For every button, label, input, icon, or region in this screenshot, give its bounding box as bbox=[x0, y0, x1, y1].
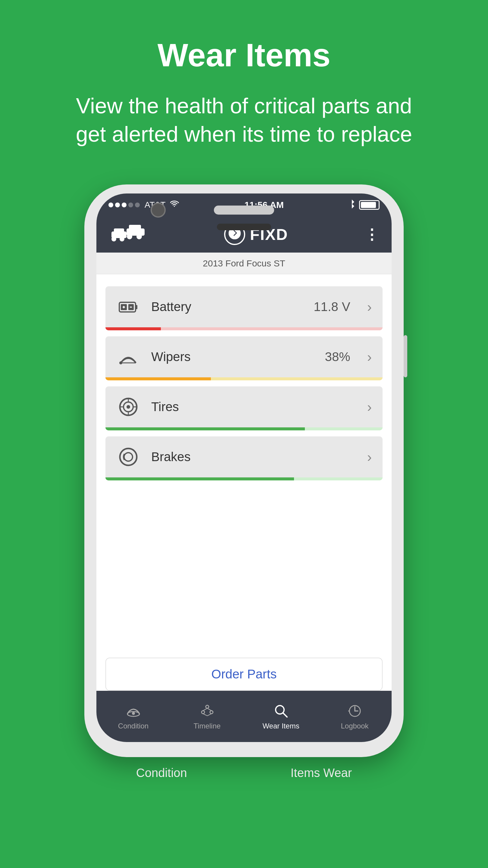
brakes-name: Brakes bbox=[151, 450, 339, 464]
signal-dot-1 bbox=[108, 203, 113, 207]
tires-name: Tires bbox=[151, 400, 339, 414]
vehicle-label: 2013 Ford Focus ST bbox=[96, 253, 392, 274]
wear-items-list: Battery 11.8 V › bbox=[96, 274, 392, 742]
svg-line-35 bbox=[207, 714, 212, 716]
tires-progress-fill bbox=[105, 427, 305, 430]
brakes-progress-bg bbox=[105, 477, 383, 480]
signal-dots bbox=[108, 203, 140, 207]
brakes-item[interactable]: Brakes › bbox=[105, 436, 383, 480]
svg-point-26 bbox=[124, 453, 133, 461]
tires-item-icon bbox=[116, 395, 140, 419]
wipers-item[interactable]: Wipers 38% › bbox=[105, 336, 383, 380]
nav-logbook[interactable]: Logbook bbox=[318, 691, 392, 742]
nav-wear-items-label: Wear Items bbox=[262, 722, 299, 730]
footer-items-wear-label: Items Wear bbox=[290, 766, 352, 780]
nav-condition-label: Condition bbox=[118, 722, 149, 730]
wipers-value: 38% bbox=[325, 350, 350, 364]
battery-item-icon bbox=[116, 295, 140, 319]
phone-speaker bbox=[214, 206, 274, 215]
svg-point-29 bbox=[206, 705, 209, 708]
svg-point-30 bbox=[201, 711, 204, 714]
svg-point-3 bbox=[120, 237, 124, 241]
tires-progress-bg bbox=[105, 427, 383, 430]
svg-line-33 bbox=[207, 708, 212, 711]
svg-point-31 bbox=[210, 711, 213, 714]
phone-mockup: AT&T 11:56 AM bbox=[84, 184, 404, 757]
menu-button[interactable]: ⋮ bbox=[364, 226, 380, 243]
svg-rect-1 bbox=[114, 228, 124, 233]
tires-item[interactable]: Tires › bbox=[105, 386, 383, 430]
nav-timeline[interactable]: Timeline bbox=[170, 691, 244, 742]
nav-timeline-label: Timeline bbox=[194, 722, 221, 730]
phone-side-button bbox=[404, 335, 407, 377]
vehicle-name: 2013 Ford Focus ST bbox=[203, 258, 285, 269]
wipers-item-icon bbox=[116, 345, 140, 369]
bottom-nav: Condition Timeline bbox=[96, 691, 392, 742]
tires-chevron[interactable]: › bbox=[367, 399, 372, 415]
wipers-chevron[interactable]: › bbox=[367, 349, 372, 365]
battery-item-inner: Battery 11.8 V › bbox=[105, 286, 383, 327]
battery-name: Battery bbox=[151, 300, 303, 314]
svg-line-32 bbox=[203, 708, 207, 711]
bluetooth-icon bbox=[349, 199, 355, 211]
tires-item-inner: Tires › bbox=[105, 386, 383, 427]
svg-point-27 bbox=[132, 712, 135, 715]
svg-rect-5 bbox=[129, 225, 141, 230]
svg-line-37 bbox=[283, 713, 287, 717]
status-right bbox=[349, 199, 380, 211]
battery-value: 11.8 V bbox=[314, 300, 350, 314]
brakes-progress-fill bbox=[105, 477, 294, 480]
wipers-progress-fill bbox=[105, 377, 211, 380]
svg-point-20 bbox=[127, 405, 130, 409]
battery-chevron[interactable]: › bbox=[367, 299, 372, 315]
app-header: FIXD ⋮ bbox=[96, 216, 392, 253]
svg-point-6 bbox=[127, 234, 132, 239]
brakes-chevron[interactable]: › bbox=[367, 449, 372, 465]
battery-progress-fill bbox=[105, 327, 161, 330]
status-left: AT&T bbox=[108, 200, 179, 210]
signal-dot-2 bbox=[115, 203, 120, 207]
svg-line-34 bbox=[203, 714, 207, 716]
wipers-name: Wipers bbox=[151, 350, 314, 364]
order-parts-label: Order Parts bbox=[211, 667, 276, 681]
battery-progress-bg bbox=[105, 327, 383, 330]
battery-fill bbox=[361, 202, 376, 208]
brakes-item-inner: Brakes › bbox=[105, 436, 383, 477]
order-parts-button[interactable]: Order Parts bbox=[105, 658, 383, 691]
svg-point-2 bbox=[111, 237, 116, 241]
wipers-item-inner: Wipers 38% › bbox=[105, 336, 383, 377]
phone-home-indicator bbox=[217, 224, 271, 230]
brakes-item-icon bbox=[116, 445, 140, 469]
svg-point-7 bbox=[136, 234, 142, 239]
phone-screen: AT&T 11:56 AM bbox=[96, 193, 392, 742]
page-subtitle: View the health of critical parts and ge… bbox=[48, 92, 440, 148]
footer-condition-label: Condition bbox=[136, 766, 187, 780]
phone-camera bbox=[151, 203, 166, 218]
wifi-icon bbox=[170, 200, 179, 210]
page-title: Wear Items bbox=[158, 36, 330, 74]
signal-dot-3 bbox=[122, 203, 127, 207]
nav-logbook-label: Logbook bbox=[341, 722, 368, 730]
svg-rect-12 bbox=[135, 305, 137, 309]
order-parts-section: Order Parts bbox=[105, 658, 383, 691]
nav-wear-items[interactable]: Wear Items bbox=[244, 691, 318, 742]
content-spacer bbox=[96, 487, 392, 649]
wipers-progress-bg bbox=[105, 377, 383, 380]
cars-icon bbox=[108, 221, 148, 248]
battery-icon bbox=[359, 200, 380, 210]
nav-condition[interactable]: Condition bbox=[96, 691, 170, 742]
svg-point-25 bbox=[120, 448, 137, 465]
signal-dot-4 bbox=[128, 203, 133, 207]
battery-item[interactable]: Battery 11.8 V › bbox=[105, 286, 383, 330]
signal-dot-5 bbox=[135, 203, 140, 207]
